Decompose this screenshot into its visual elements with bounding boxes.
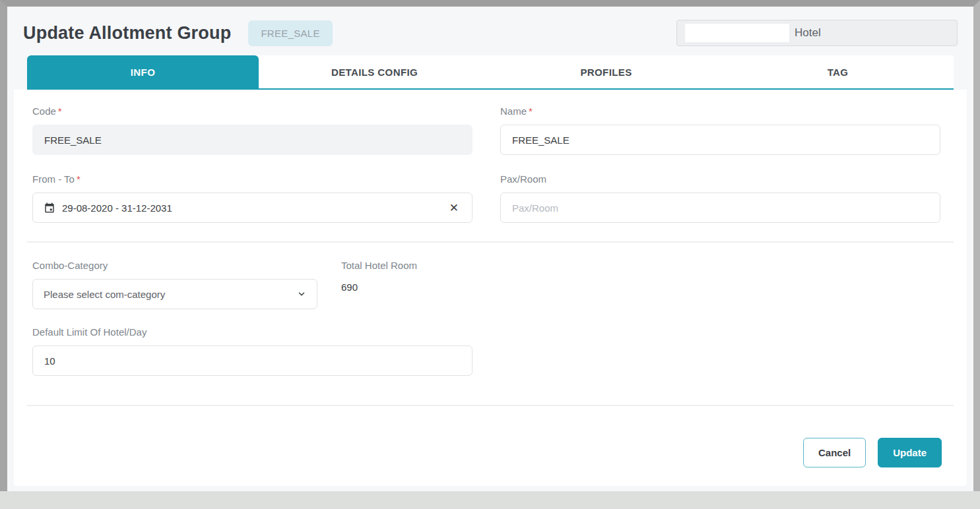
hotel-label: Hotel xyxy=(795,26,821,40)
name-label: Name* xyxy=(500,105,940,117)
form-row-default-limit: Default Limit Of Hotel/Day xyxy=(27,326,954,376)
default-limit-input[interactable] xyxy=(32,345,473,376)
group-code-badge: FREE_SALE xyxy=(248,20,332,46)
name-label-text: Name xyxy=(500,105,527,117)
form-row-2: From - To* 29-08-2020 - 31-12-2031 ✕ Pax… xyxy=(27,173,954,223)
tab-info[interactable]: INFO xyxy=(27,55,259,88)
total-hotel-room-group: Total Hotel Room 690 xyxy=(341,260,417,309)
code-field-group: Code* xyxy=(32,105,473,155)
footer-divider xyxy=(27,405,954,406)
chevron-down-icon xyxy=(297,289,306,299)
combo-category-selected-value: Please select com-category xyxy=(44,289,165,300)
code-input xyxy=(32,125,473,155)
section-divider xyxy=(27,241,954,243)
pax-room-input[interactable] xyxy=(500,193,940,223)
cancel-button[interactable]: Cancel xyxy=(803,438,866,467)
total-hotel-room-label: Total Hotel Room xyxy=(341,260,417,271)
required-asterisk: * xyxy=(58,105,62,117)
tab-bar: INFO DETAILS CONFIG PROFILES TAG xyxy=(27,55,954,90)
clear-date-icon[interactable]: ✕ xyxy=(447,200,461,216)
tab-content-info: Code* Name* From - To* xyxy=(14,90,967,486)
tab-profiles[interactable]: PROFILES xyxy=(490,55,722,88)
form-row-1: Code* Name* xyxy=(27,105,954,155)
required-asterisk: * xyxy=(529,105,533,117)
combo-category-label: Combo-Category xyxy=(32,260,317,271)
update-button[interactable]: Update xyxy=(878,438,942,467)
tab-tag[interactable]: TAG xyxy=(722,55,954,88)
combo-category-field-group: Combo-Category Please select com-categor… xyxy=(32,260,317,309)
combo-category-select[interactable]: Please select com-category xyxy=(32,279,317,309)
from-to-label: From - To* xyxy=(32,173,473,185)
code-label-text: Code xyxy=(32,105,56,117)
from-to-field-group: From - To* 29-08-2020 - 31-12-2031 ✕ xyxy=(32,173,473,223)
default-limit-label: Default Limit Of Hotel/Day xyxy=(32,326,473,338)
update-allotment-group-panel: Update Allotment Group FREE_SALE Hotel I… xyxy=(0,0,980,491)
total-hotel-room-value: 690 xyxy=(341,282,417,293)
date-range-value: 29-08-2020 - 31-12-2031 xyxy=(62,202,172,214)
date-range-input[interactable]: 29-08-2020 - 31-12-2031 ✕ xyxy=(32,193,473,223)
name-field-group: Name* xyxy=(500,105,940,155)
calendar-icon xyxy=(44,202,55,214)
footer-actions: Cancel Update xyxy=(27,423,954,486)
tab-details-config[interactable]: DETAILS CONFIG xyxy=(259,55,490,88)
pax-room-field-group: Pax/Room xyxy=(500,173,940,223)
hotel-name-redacted xyxy=(685,24,789,42)
code-label: Code* xyxy=(32,105,473,117)
combo-row: Combo-Category Please select com-categor… xyxy=(27,260,954,309)
default-limit-field-group: Default Limit Of Hotel/Day xyxy=(32,326,473,376)
header: Update Allotment Group FREE_SALE Hotel xyxy=(7,7,973,55)
from-to-label-text: From - To xyxy=(32,173,75,185)
spacer-column xyxy=(500,326,940,376)
pax-room-label: Pax/Room xyxy=(500,173,940,185)
required-asterisk: * xyxy=(77,173,81,185)
name-input[interactable] xyxy=(500,125,940,155)
hotel-selector[interactable]: Hotel xyxy=(676,20,958,46)
page-title: Update Allotment Group xyxy=(23,23,231,44)
